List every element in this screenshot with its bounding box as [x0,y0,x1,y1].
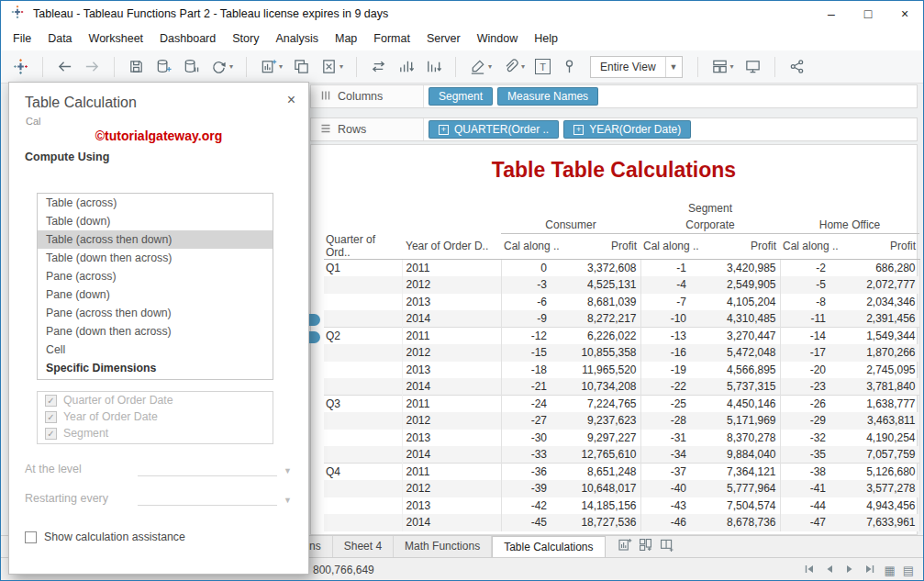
dialog-close-button[interactable]: × [287,92,295,108]
presentation-mode-button[interactable] [742,56,763,77]
sort-descending-button[interactable] [423,56,444,77]
minimize-button[interactable]: – [813,1,850,27]
year-column-header[interactable]: Year of Order D.. [402,233,501,260]
compute-using-option[interactable]: Cell [38,341,273,359]
tab-table-calculations[interactable]: Table Calculations [492,536,605,557]
dropdown-caret-icon[interactable]: ▾ [279,63,283,71]
cal-column-header[interactable]: Cal along .. [640,233,699,260]
show-sheet-tabs-icon[interactable]: ▦ [884,564,895,577]
menu-map[interactable]: Map [327,28,365,49]
table-row: 2012-279,237,623-285,171,969-293,463,811 [324,412,919,430]
menu-dashboard[interactable]: Dashboard [151,28,224,49]
duplicate-sheet-button[interactable] [291,56,312,77]
assistance-checkbox[interactable] [25,531,37,543]
new-data-source-button[interactable] [153,56,174,77]
back-arrow-icon [56,58,73,75]
compute-using-option-selected[interactable]: Table (across then down) [38,230,273,249]
expand-plus-icon[interactable]: + [439,125,449,135]
pause-auto-updates-button[interactable] [181,56,202,77]
menu-format[interactable]: Format [365,28,418,49]
menu-worksheet[interactable]: Worksheet [81,28,152,49]
cal-column-header[interactable]: Cal along .. [501,233,560,260]
restarting-every-dropdown[interactable]: ▼ [138,490,277,506]
segment-home-office-header[interactable]: Home Office [780,217,919,233]
show-filmstrip-icon[interactable]: ▤ [903,564,914,577]
swap-axes-button[interactable] [368,56,389,77]
menu-analysis[interactable]: Analysis [267,28,327,49]
dialog-subtitle: Cal [26,116,41,127]
dropdown-caret-icon[interactable]: ▾ [340,63,343,71]
segment-consumer-header[interactable]: Consumer [501,217,640,233]
cal-column-header[interactable]: Cal along .. [780,233,839,260]
tab-sheet-4[interactable]: Sheet 4 [333,536,394,557]
close-button[interactable]: × [886,1,923,27]
undo-button[interactable] [54,56,75,77]
compute-using-option[interactable]: Specific Dimensions [38,359,273,377]
dropdown-caret-icon[interactable]: ▾ [229,63,233,71]
redo-button[interactable] [82,56,103,77]
group-members-button[interactable]: ▾ [500,56,527,77]
previous-sheet-button[interactable] [823,563,836,578]
last-sheet-button[interactable] [863,563,876,578]
columns-shelf-label: Columns [311,85,424,107]
segment-group-header[interactable]: Segment [501,200,919,217]
paperclip-icon [502,58,519,75]
fit-selector[interactable]: Entire View ▼ [590,56,682,78]
first-sheet-button[interactable] [803,563,816,578]
clear-sheet-button[interactable]: ▾ [318,56,345,77]
maximize-button[interactable]: □ [850,1,886,27]
menu-help[interactable]: Help [526,28,566,49]
table-row: 2013-309,297,227-318,370,278-324,190,254 [324,430,919,447]
compute-using-option[interactable]: Pane (across then down) [38,304,273,322]
new-worksheet-tab-button[interactable] [617,537,632,556]
sort-ascending-button[interactable] [395,56,417,77]
dropdown-caret-icon[interactable]: ▼ [665,57,682,77]
fix-axes-button[interactable] [559,56,580,77]
tableau-logo-icon [12,58,29,75]
run-update-button[interactable]: ▾ [208,56,235,77]
at-level-dropdown[interactable]: ▼ [138,461,277,476]
save-button[interactable] [126,56,147,77]
dropdown-caret-icon[interactable]: ▾ [521,63,525,71]
highlight-button[interactable]: ▾ [467,56,494,77]
compute-using-option[interactable]: Pane (down then across) [38,322,273,341]
compute-using-option[interactable]: Table (down then across) [38,249,273,267]
dimension-item: ✓ Segment [38,425,273,441]
new-worksheet-button[interactable]: ▾ [258,56,284,77]
menu-story[interactable]: Story [224,28,267,49]
menu-data[interactable]: Data [39,28,80,49]
expand-plus-icon[interactable]: + [573,125,584,135]
quarter-column-header[interactable]: Quarter of Ord.. [324,233,402,260]
segment-corporate-header[interactable]: Corporate [640,217,780,233]
columns-shelf[interactable]: Columns Segment Measure Names [310,84,918,108]
menu-window[interactable]: Window [469,28,526,49]
start-page-button[interactable] [10,56,31,77]
profit-column-header[interactable]: Profit [699,233,780,260]
pill-year-order-date[interactable]: + YEAR(Order Date) [563,120,691,139]
compute-using-option[interactable]: Pane (across) [38,267,273,285]
dropdown-caret-icon[interactable]: ▾ [730,63,734,71]
profit-column-header[interactable]: Profit [560,233,640,260]
compute-using-option[interactable]: Table (across) [38,194,273,212]
show-mark-labels-button[interactable]: T [533,57,552,76]
compute-using-option[interactable]: Pane (down) [38,285,273,304]
pin-icon [561,58,578,75]
dropdown-caret-icon[interactable]: ▾ [488,63,492,71]
show-hide-cards-button[interactable]: ▾ [709,56,736,77]
menu-file[interactable]: File [5,28,39,49]
new-story-tab-button[interactable] [659,537,674,556]
columns-icon [320,90,331,104]
profit-column-header[interactable]: Profit [839,233,919,260]
pill-segment[interactable]: Segment [429,87,493,106]
pill-measure-names[interactable]: Measure Names [497,87,598,106]
next-sheet-button[interactable] [843,563,856,578]
menu-server[interactable]: Server [418,28,469,49]
compute-using-option[interactable]: Table (down) [38,212,273,230]
rows-shelf-label: Rows [311,118,424,140]
crosstab-table: Segment Consumer Corporate Home Office Q… [324,200,920,531]
pill-quarter-order-date[interactable]: + QUARTER(Order .. [429,120,559,139]
rows-shelf[interactable]: Rows + QUARTER(Order .. + YEAR(Order Dat… [310,117,918,141]
tab-math-functions[interactable]: Math Functions [394,536,492,557]
new-dashboard-tab-button[interactable] [638,537,653,556]
share-button[interactable] [786,56,807,77]
